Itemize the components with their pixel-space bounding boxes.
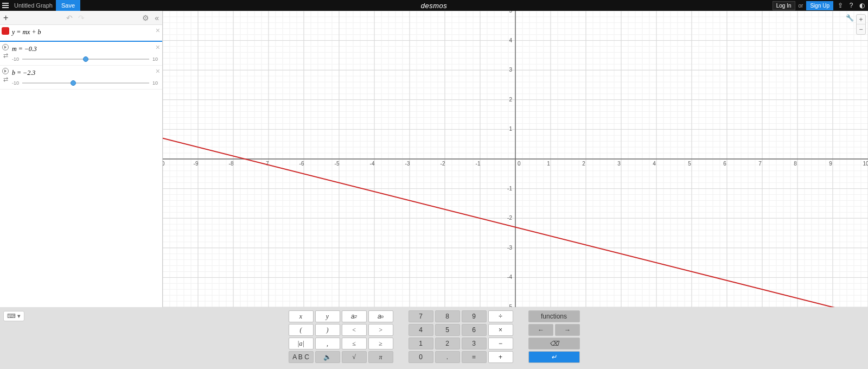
key-7[interactable]: 7: [409, 310, 433, 322]
svg-text:-2: -2: [507, 215, 512, 221]
slider-m-max[interactable]: 10: [152, 56, 158, 62]
key-5[interactable]: 5: [435, 324, 460, 336]
svg-text:-8: -8: [229, 161, 234, 167]
slider-options-icon[interactable]: ⇄: [1, 52, 10, 59]
expression-toolbar: + ↶ ↷ ⚙ «: [0, 11, 162, 25]
zoom-in-button[interactable]: +: [857, 15, 865, 24]
desmos-logo: desmos: [421, 2, 448, 10]
main-area: + ↶ ↷ ⚙ « y = mx + b × ⇄ m = −0.3: [0, 11, 868, 307]
svg-text:-1: -1: [507, 186, 512, 192]
slider-b-knob[interactable]: [71, 80, 76, 86]
key-a[interactable]: a2: [342, 310, 367, 322]
key-=[interactable]: =: [462, 351, 487, 363]
key-+[interactable]: +: [488, 351, 513, 363]
key-−[interactable]: −: [488, 338, 513, 349]
key-1[interactable]: 1: [409, 338, 433, 349]
delete-expression-icon[interactable]: ×: [156, 26, 160, 35]
key-arrow-right[interactable]: →: [555, 324, 580, 336]
svg-text:8: 8: [794, 161, 797, 167]
key-[interactable]: ,: [315, 338, 340, 349]
key-×[interactable]: ×: [488, 324, 513, 336]
svg-text:-1: -1: [476, 161, 481, 167]
key-2[interactable]: 2: [435, 338, 460, 349]
key-ABC[interactable]: A B C: [289, 351, 314, 363]
accessibility-icon[interactable]: ◐: [858, 2, 866, 9]
collapse-panel-icon[interactable]: «: [155, 14, 159, 22]
expression-row-equation[interactable]: y = mx + b ×: [0, 25, 162, 42]
share-icon[interactable]: ⇪: [837, 2, 844, 9]
hamburger-menu-icon[interactable]: [0, 0, 11, 11]
svg-text:9: 9: [829, 161, 832, 167]
on-screen-keyboard: xya2ab()<>|a|,≤≥A B C🔈√π 789÷456×123−0.=…: [0, 307, 868, 369]
key-[interactable]: <: [342, 324, 367, 336]
key-6[interactable]: 6: [462, 324, 487, 336]
svg-text:6: 6: [723, 161, 726, 167]
key-x[interactable]: x: [289, 310, 314, 322]
undo-icon[interactable]: ↶: [66, 14, 73, 22]
line-color-swatch[interactable]: [2, 27, 9, 35]
key-3[interactable]: 3: [462, 338, 487, 349]
add-expression-button[interactable]: +: [3, 13, 8, 23]
key-[interactable]: >: [368, 324, 393, 336]
key-0[interactable]: 0: [409, 351, 433, 363]
delete-slider-b-icon[interactable]: ×: [156, 67, 160, 75]
graph-canvas[interactable]: -10-9-8-7-6-5-4-3-2-1012345678910-5-4-3-…: [163, 11, 868, 307]
slider-b-max[interactable]: 10: [152, 80, 158, 86]
slider-m-min[interactable]: -10: [12, 56, 19, 62]
key-a[interactable]: ab: [368, 310, 393, 322]
play-slider-icon[interactable]: [2, 44, 9, 50]
key-[interactable]: √: [342, 351, 367, 363]
zoom-controls: + −: [856, 14, 866, 35]
svg-text:-5: -5: [335, 161, 340, 167]
key-8[interactable]: 8: [435, 310, 460, 322]
slider-m-track[interactable]: [22, 59, 149, 60]
key-.[interactable]: .: [435, 351, 460, 363]
svg-text:2: 2: [582, 161, 585, 167]
svg-text:4: 4: [653, 161, 656, 167]
slider-b-label[interactable]: b = −2.3: [12, 69, 35, 77]
svg-text:-3: -3: [405, 161, 410, 167]
slider-b-min[interactable]: -10: [12, 80, 19, 86]
help-icon[interactable]: ?: [847, 2, 855, 9]
key-[interactable]: 🔈: [315, 351, 340, 363]
expression-row-slider-b[interactable]: ⇄ b = −2.3 × -10 10: [0, 66, 162, 90]
slider-b-track[interactable]: [22, 82, 149, 84]
key-[interactable]: ≤: [342, 338, 367, 349]
expression-row-slider-m[interactable]: ⇄ m = −0.3 × -10 10: [0, 42, 162, 66]
redo-icon[interactable]: ↷: [78, 14, 85, 22]
svg-text:3: 3: [617, 161, 621, 167]
settings-gear-icon[interactable]: ⚙: [142, 14, 149, 22]
keyboard-toggle-button[interactable]: ⌨ ▾: [3, 311, 24, 321]
svg-text:-5: -5: [507, 304, 512, 307]
save-button[interactable]: Save: [56, 0, 80, 11]
svg-text:1: 1: [509, 126, 512, 132]
svg-text:10: 10: [863, 161, 868, 167]
login-button[interactable]: Log In: [773, 1, 795, 10]
play-slider-icon[interactable]: [2, 68, 9, 74]
key-[interactable]: (: [289, 324, 314, 336]
key-[interactable]: ): [315, 324, 340, 336]
key-backspace[interactable]: ⌫: [528, 338, 580, 349]
key-enter[interactable]: ↵: [528, 351, 580, 363]
expression-text[interactable]: y = mx + b: [12, 28, 41, 36]
signup-button[interactable]: Sign Up: [806, 1, 833, 10]
key-[interactable]: π: [368, 351, 393, 363]
delete-slider-m-icon[interactable]: ×: [156, 43, 160, 52]
key-y[interactable]: y: [315, 310, 340, 322]
key-a[interactable]: |a|: [289, 338, 314, 349]
graph-svg[interactable]: -10-9-8-7-6-5-4-3-2-1012345678910-5-4-3-…: [163, 11, 868, 307]
svg-text:-4: -4: [507, 274, 512, 280]
key-÷[interactable]: ÷: [488, 310, 513, 322]
slider-m-knob[interactable]: [83, 56, 88, 62]
expression-list: y = mx + b × ⇄ m = −0.3 × -10 10: [0, 25, 162, 307]
key-arrow-left[interactable]: ←: [528, 324, 553, 336]
key-functions[interactable]: functions: [528, 310, 580, 322]
key-4[interactable]: 4: [409, 324, 433, 336]
slider-options-icon[interactable]: ⇄: [1, 76, 10, 83]
graph-title[interactable]: Untitled Graph: [11, 2, 56, 9]
key-9[interactable]: 9: [462, 310, 487, 322]
slider-m-label[interactable]: m = −0.3: [12, 45, 37, 53]
graph-settings-icon[interactable]: 🔧: [846, 14, 854, 22]
key-[interactable]: ≥: [368, 338, 393, 349]
zoom-out-button[interactable]: −: [857, 24, 865, 34]
